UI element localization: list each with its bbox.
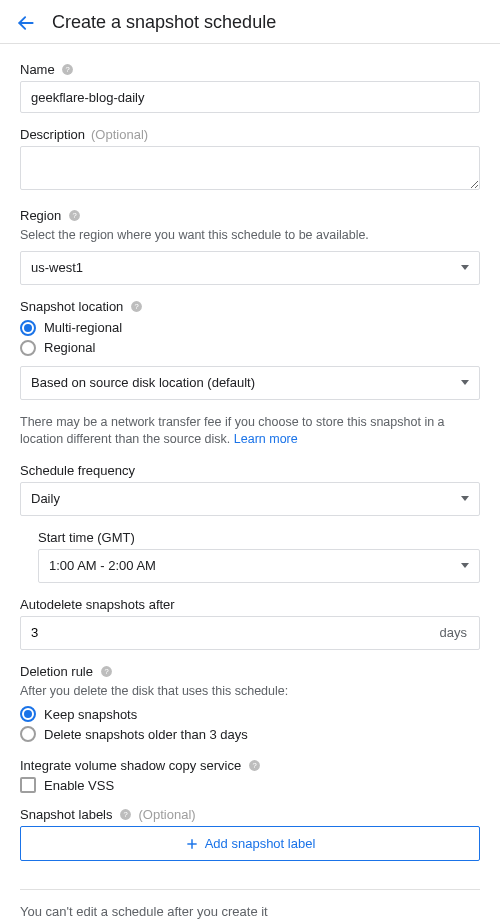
help-icon[interactable]: ?	[61, 63, 75, 77]
start-time-label: Start time (GMT)	[38, 530, 135, 545]
deletion-rule-hint: After you delete the disk that uses this…	[20, 683, 480, 701]
snapshot-labels-field: Snapshot labels ? (Optional) Add snapsho…	[20, 807, 480, 861]
add-snapshot-label-text: Add snapshot label	[205, 836, 316, 851]
start-time-value: 1:00 AM - 2:00 AM	[49, 558, 156, 573]
region-field: Region ? Select the region where you wan…	[20, 208, 480, 285]
vss-checkbox-row[interactable]: Enable VSS	[20, 777, 480, 793]
snapshot-labels-optional: (Optional)	[139, 807, 196, 822]
schedule-frequency-field: Schedule frequency Daily	[20, 463, 480, 516]
radio-keep-snapshots[interactable]: Keep snapshots	[20, 704, 480, 724]
region-hint: Select the region where you want this sc…	[20, 227, 480, 245]
radio-regional[interactable]: Regional	[20, 338, 480, 358]
back-button[interactable]	[16, 13, 36, 33]
snapshot-schedule-form: Name ? Description (Optional) Region ? S…	[0, 44, 500, 923]
chevron-down-icon	[461, 380, 469, 385]
deletion-rule-field: Deletion rule ? After you delete the dis…	[20, 664, 480, 745]
description-input[interactable]	[20, 146, 480, 190]
autodelete-label: Autodelete snapshots after	[20, 597, 175, 612]
autodelete-unit: days	[428, 625, 479, 640]
name-input[interactable]	[20, 81, 480, 113]
footer-note: You can't edit a schedule after you crea…	[20, 904, 480, 919]
snapshot-location-label: Snapshot location	[20, 299, 123, 314]
chevron-down-icon	[461, 496, 469, 501]
snapshot-location-select-value: Based on source disk location (default)	[31, 375, 255, 390]
region-label: Region	[20, 208, 61, 223]
region-select-value: us-west1	[31, 260, 83, 275]
autodelete-field: Autodelete snapshots after days	[20, 597, 480, 650]
help-icon[interactable]: ?	[247, 759, 261, 773]
schedule-frequency-value: Daily	[31, 491, 60, 506]
radio-icon-checked	[20, 706, 36, 722]
radio-delete-label: Delete snapshots older than 3 days	[44, 727, 248, 742]
deletion-rule-label: Deletion rule	[20, 664, 93, 679]
radio-regional-label: Regional	[44, 340, 95, 355]
radio-icon	[20, 726, 36, 742]
name-field: Name ?	[20, 62, 480, 113]
radio-delete-older[interactable]: Delete snapshots older than 3 days	[20, 724, 480, 744]
start-time-select[interactable]: 1:00 AM - 2:00 AM	[38, 549, 480, 583]
checkbox-icon	[20, 777, 36, 793]
chevron-down-icon	[461, 265, 469, 270]
help-icon[interactable]: ?	[119, 808, 133, 822]
start-time-field: Start time (GMT) 1:00 AM - 2:00 AM	[38, 530, 480, 583]
svg-text:?: ?	[123, 810, 127, 819]
schedule-frequency-label: Schedule frequency	[20, 463, 135, 478]
radio-multi-regional[interactable]: Multi-regional	[20, 318, 480, 338]
vss-checkbox-label: Enable VSS	[44, 778, 114, 793]
radio-icon	[20, 340, 36, 356]
snapshot-location-hint: There may be a network transfer fee if y…	[20, 414, 480, 449]
radio-keep-label: Keep snapshots	[44, 707, 137, 722]
radio-multi-regional-label: Multi-regional	[44, 320, 122, 335]
page-title: Create a snapshot schedule	[52, 12, 276, 33]
help-icon[interactable]: ?	[99, 664, 113, 678]
vss-label: Integrate volume shadow copy service	[20, 758, 241, 773]
description-optional: (Optional)	[91, 127, 148, 142]
svg-text:?: ?	[252, 761, 256, 770]
add-snapshot-label-button[interactable]: Add snapshot label	[20, 826, 480, 861]
chevron-down-icon	[461, 563, 469, 568]
plus-icon	[185, 837, 199, 851]
schedule-frequency-select[interactable]: Daily	[20, 482, 480, 516]
snapshot-location-select[interactable]: Based on source disk location (default)	[20, 366, 480, 400]
arrow-left-icon	[16, 13, 36, 33]
radio-icon-checked	[20, 320, 36, 336]
svg-text:?: ?	[134, 302, 138, 311]
svg-text:?: ?	[104, 667, 108, 676]
description-label: Description	[20, 127, 85, 142]
snapshot-location-field: Snapshot location ? Multi-regional Regio…	[20, 299, 480, 400]
snapshot-labels-label: Snapshot labels	[20, 807, 113, 822]
learn-more-link[interactable]: Learn more	[234, 432, 298, 446]
help-icon[interactable]: ?	[67, 209, 81, 223]
page-header: Create a snapshot schedule	[0, 0, 500, 44]
name-label: Name	[20, 62, 55, 77]
divider	[20, 889, 480, 890]
autodelete-input[interactable]	[21, 618, 428, 647]
region-select[interactable]: us-west1	[20, 251, 480, 285]
help-icon[interactable]: ?	[129, 299, 143, 313]
svg-text:?: ?	[66, 65, 70, 74]
vss-field: Integrate volume shadow copy service ? E…	[20, 758, 480, 793]
autodelete-input-wrap: days	[20, 616, 480, 650]
description-field: Description (Optional)	[20, 127, 480, 194]
svg-text:?: ?	[72, 211, 76, 220]
